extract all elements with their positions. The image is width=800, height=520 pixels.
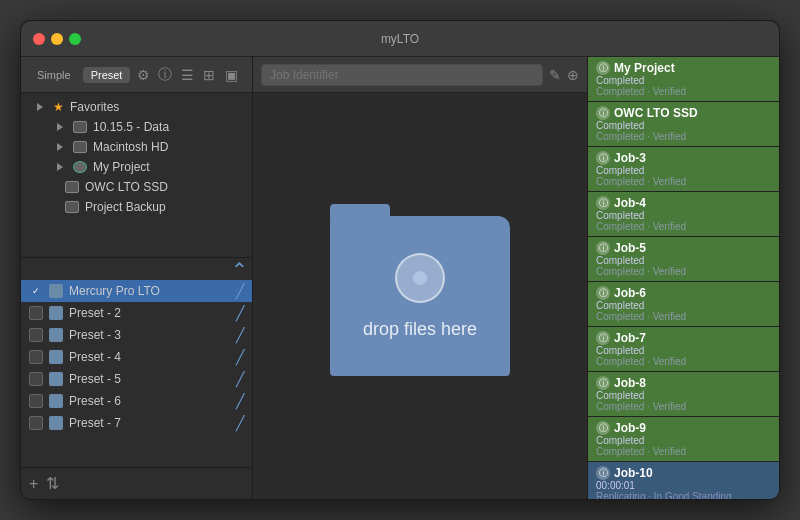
maximize-button[interactable] — [69, 33, 81, 45]
preset-item-5[interactable]: Preset - 6 ╱ — [21, 390, 252, 412]
file-label: Project Backup — [85, 200, 166, 214]
preset-label: Preset - 3 — [69, 328, 121, 342]
sort-icon[interactable]: ⇅ — [46, 474, 59, 493]
job-entry-1[interactable]: ⓘ OWC LTO SSD Completed Completed · Veri… — [588, 102, 779, 147]
file-list: ★ Favorites 10.15.5 - Data Macintosh HD — [21, 93, 252, 257]
job-status: Completed — [596, 435, 771, 446]
job-entry-8[interactable]: ⓘ Job-9 Completed Completed · Verified — [588, 417, 779, 462]
job-entry-header: ⓘ OWC LTO SSD — [596, 106, 771, 120]
preset-item-6[interactable]: Preset - 7 ╱ — [21, 412, 252, 434]
pencil-icon[interactable]: ✎ — [549, 67, 561, 83]
preset-checkbox[interactable] — [29, 416, 43, 430]
minimize-button[interactable] — [51, 33, 63, 45]
file-label: My Project — [93, 160, 150, 174]
project-icon — [73, 161, 87, 173]
add-job-icon[interactable]: ⊕ — [567, 67, 579, 83]
preset-color-swatch — [49, 372, 63, 386]
file-item-myproject[interactable]: My Project — [21, 157, 252, 177]
preset-checkbox[interactable] — [29, 284, 43, 298]
preset-checkbox[interactable] — [29, 372, 43, 386]
job-entry-header: ⓘ Job-7 — [596, 331, 771, 345]
preset-item-2[interactable]: Preset - 3 ╱ — [21, 324, 252, 346]
job-status-icon: ⓘ — [596, 331, 610, 345]
job-status-icon: ⓘ — [596, 61, 610, 75]
tab-preset[interactable]: Preset — [83, 67, 131, 83]
preset-checkbox[interactable] — [29, 306, 43, 320]
preset-edit-icon[interactable]: ╱ — [236, 283, 244, 299]
file-label: OWC LTO SSD — [85, 180, 168, 194]
grid-icon[interactable]: ⊞ — [200, 66, 218, 84]
preset-label: Preset - 6 — [69, 394, 121, 408]
job-status: Completed — [596, 300, 771, 311]
preset-item-1[interactable]: Preset - 2 ╱ — [21, 302, 252, 324]
job-status: Completed — [596, 345, 771, 356]
triangle-icon — [33, 100, 47, 114]
file-item-macintosh[interactable]: Macintosh HD — [21, 137, 252, 157]
job-status-icon: ⓘ — [596, 466, 610, 480]
preset-item-4[interactable]: Preset - 5 ╱ — [21, 368, 252, 390]
job-entry-header: ⓘ Job-3 — [596, 151, 771, 165]
job-status-icon: ⓘ — [596, 286, 610, 300]
job-entry-7[interactable]: ⓘ Job-8 Completed Completed · Verified — [588, 372, 779, 417]
job-entry-header: ⓘ Job-4 — [596, 196, 771, 210]
tab-simple[interactable]: Simple — [29, 67, 79, 83]
disc-center — [413, 271, 427, 285]
preset-label: Preset - 5 — [69, 372, 121, 386]
job-entry-header: ⓘ Job-6 — [596, 286, 771, 300]
job-entry-2[interactable]: ⓘ Job-3 Completed Completed · Verified — [588, 147, 779, 192]
preset-edit-icon[interactable]: ╱ — [236, 371, 244, 387]
preset-checkbox[interactable] — [29, 328, 43, 342]
job-sub: Completed · Verified — [596, 311, 771, 322]
preset-edit-icon[interactable]: ╱ — [236, 327, 244, 343]
preset-edit-icon[interactable]: ╱ — [236, 305, 244, 321]
job-status: Completed — [596, 255, 771, 266]
triangle-icon — [53, 140, 67, 154]
info-icon[interactable]: ⓘ — [156, 66, 174, 84]
window-controls — [33, 33, 81, 45]
monitor-icon[interactable]: ▣ — [222, 66, 240, 84]
preset-edit-icon[interactable]: ╱ — [236, 393, 244, 409]
folder-tab — [330, 204, 390, 218]
list-icon[interactable]: ☰ — [178, 66, 196, 84]
file-item-data[interactable]: 10.15.5 - Data — [21, 117, 252, 137]
job-status: Completed — [596, 210, 771, 221]
preset-item-0[interactable]: Mercury Pro LTO ╱ — [21, 280, 252, 302]
job-status-icon: ⓘ — [596, 421, 610, 435]
folder-shape: drop files here — [330, 216, 510, 376]
job-status-icon: ⓘ — [596, 196, 610, 210]
job-status-icon: ⓘ — [596, 151, 610, 165]
scroll-up-indicator[interactable]: ⌃ — [231, 260, 248, 280]
preset-edit-icon[interactable]: ╱ — [236, 349, 244, 365]
preset-checkbox[interactable] — [29, 350, 43, 364]
job-title: Job-8 — [614, 376, 646, 390]
job-entry-9[interactable]: ⓘ Job-10 00:00:01 Replicating · In Good … — [588, 462, 779, 499]
job-entry-4[interactable]: ⓘ Job-5 Completed Completed · Verified — [588, 237, 779, 282]
preset-checkbox[interactable] — [29, 394, 43, 408]
drop-text: drop files here — [363, 319, 477, 340]
preset-color-swatch — [49, 394, 63, 408]
preset-item-3[interactable]: Preset - 4 ╱ — [21, 346, 252, 368]
file-item-owclto[interactable]: OWC LTO SSD — [21, 177, 252, 197]
job-entry-0[interactable]: ⓘ My Project Completed Completed · Verif… — [588, 57, 779, 102]
add-icon[interactable]: + — [29, 475, 38, 493]
job-sub: Replicating · In Good Standing — [596, 491, 771, 499]
job-title: Job-10 — [614, 466, 653, 480]
job-status-icon: ⓘ — [596, 106, 610, 120]
close-button[interactable] — [33, 33, 45, 45]
preset-color-swatch — [49, 350, 63, 364]
job-title: Job-4 — [614, 196, 646, 210]
gear-icon[interactable]: ⚙ — [134, 66, 152, 84]
job-entry-3[interactable]: ⓘ Job-4 Completed Completed · Verified — [588, 192, 779, 237]
job-title: OWC LTO SSD — [614, 106, 698, 120]
job-identifier-input[interactable] — [261, 64, 543, 86]
preset-edit-icon[interactable]: ╱ — [236, 415, 244, 431]
file-item-backup[interactable]: Project Backup — [21, 197, 252, 217]
job-entry-6[interactable]: ⓘ Job-7 Completed Completed · Verified — [588, 327, 779, 372]
preset-label: Preset - 4 — [69, 350, 121, 364]
window-title: myLTO — [381, 32, 419, 46]
job-entry-5[interactable]: ⓘ Job-6 Completed Completed · Verified — [588, 282, 779, 327]
job-sub: Completed · Verified — [596, 356, 771, 367]
drop-zone[interactable]: drop files here — [253, 93, 587, 499]
job-entry-header: ⓘ My Project — [596, 61, 771, 75]
file-item-favorites[interactable]: ★ Favorites — [21, 97, 252, 117]
